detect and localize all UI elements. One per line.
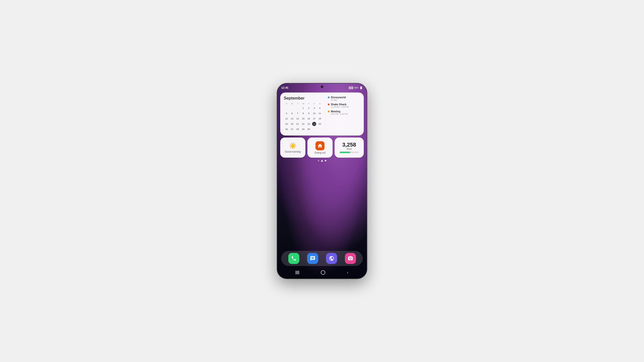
weather-widget[interactable]: ☀️ Good morning [280,138,305,158]
nav-bar: ‹ [277,266,367,279]
sun-icon: ☀️ [289,142,297,149]
smartthings-label: Going out [314,151,325,154]
cal-week-5: 26 27 28 29 30 [284,127,323,132]
dock-app-browser[interactable] [326,253,337,264]
dock [281,251,363,266]
cal-week-3: 12 13 14 15 16 17 18 [284,116,323,121]
status-bar: 12:45 ▐▐▐ WiFi ▐▌ [277,83,367,90]
cal-week-4: 19 20 21 22 23 24 25 [284,121,323,126]
status-icons: ▐▐▐ WiFi ▐▌ [348,86,363,89]
nav-back-button[interactable]: ‹ [347,270,348,275]
home-icon [317,143,323,149]
smartthings-widget[interactable]: Going out [307,138,333,158]
phone: 12:45 ▐▐▐ WiFi ▐▌ September S M T W T F [277,83,367,279]
nav-back-icon: ‹ [347,270,348,275]
steps-label: steps [346,148,352,150]
home-icon-bg [315,141,325,150]
nav-recents-icon [296,271,299,274]
page-indicators [280,160,364,162]
cal-header-m: M [289,103,295,105]
cal-header-s2: S [317,103,323,105]
event-disneyworld[interactable]: Disneyworld All day [328,96,360,101]
page-dot-home [321,160,323,162]
event-shakeshack[interactable]: Shake Shack 11:00 AM - 2:00 PM [328,103,360,108]
signal-icon: ▐▐▐ [348,86,353,89]
event-name-disneyworld: Disneyworld [331,96,346,99]
page-dot-1 [318,160,319,161]
event-time-disneyworld: All day [331,99,360,101]
camera-notch [321,85,323,88]
event-dot-disneyworld [328,97,330,98]
steps-count: 3,258 [342,142,356,148]
cal-header-f: F [311,103,317,105]
page-dot-active [325,160,326,161]
cal-week-1: 1 2 3 4 [284,106,323,111]
calendar-widget[interactable]: September S M T W T F S [280,93,364,135]
weather-label: Good morning [285,150,301,153]
nav-home-icon [321,270,325,275]
event-dot-meeting [328,111,330,112]
event-time-shakeshack: 11:00 AM - 2:00 PM [331,106,360,108]
calendar-events: Disneyworld All day Shake Shack 11:00 AM… [325,96,360,132]
calendar-grid: S M T W T F S 1 2 3 [284,103,323,132]
wifi-icon: WiFi [354,86,358,89]
event-meeting[interactable]: Meeting 3:00 PM - 4:30 PM [328,110,360,115]
event-time-meeting: 3:00 PM - 4:30 PM [331,113,360,115]
status-time: 12:45 [281,86,288,89]
calendar-month: September [284,96,323,101]
nav-home-button[interactable] [321,270,325,275]
cal-header-t1: T [295,103,300,105]
dock-app-messages[interactable] [307,253,318,264]
steps-widget[interactable]: 3,258 steps [335,138,364,158]
steps-progress-fill [340,152,350,153]
cal-header-s1: S [284,103,289,105]
event-name-meeting: Meeting [331,110,340,113]
today-24[interactable]: 24 [312,122,316,126]
cal-header-t2: T [306,103,311,105]
cal-header-w: W [300,103,306,105]
cal-week-2: 5 6 7 8 9 10 11 [284,111,323,116]
nav-recents-button[interactable] [296,271,299,274]
phone-content: September S M T W T F S [277,90,367,279]
cal-header-row: S M T W T F S [284,103,323,105]
event-name-shakeshack: Shake Shack [331,103,346,106]
steps-progress-bar [340,152,359,153]
battery-icon: ▐▌ [359,86,363,89]
event-dot-shakeshack [328,104,330,105]
calendar-left: September S M T W T F S [284,96,323,132]
dock-app-camera[interactable] [345,253,356,264]
widgets-row: ☀️ Good morning Going out 3,258 steps [280,138,364,158]
dock-app-phone[interactable] [288,253,299,264]
